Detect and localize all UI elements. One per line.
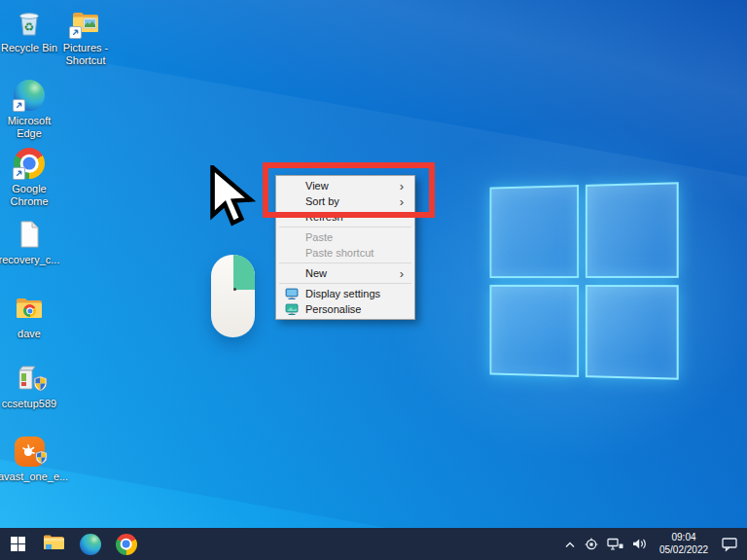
windows-logo-wallpaper [490, 182, 679, 379]
menu-item-label: Paste shortcut [305, 247, 412, 259]
context-menu: View › Sort by › Refresh Paste Paste sho… [275, 175, 415, 320]
installer-icon [13, 362, 46, 395]
chevron-right-icon: › [400, 195, 412, 208]
tray-chevron-up-icon[interactable] [564, 540, 576, 549]
windows-start-icon [11, 537, 26, 552]
menu-item-personalise[interactable]: Personalise [276, 301, 414, 317]
tray-network-icon[interactable] [607, 538, 623, 551]
system-tray: 09:04 05/02/2022 [564, 528, 747, 560]
desktop-icon-label: dave [18, 328, 41, 340]
shortcut-arrow-icon [13, 99, 25, 112]
windows-logo-pane [490, 185, 579, 277]
desktop-icon-label: avast_one_e... [0, 471, 60, 483]
edge-icon [80, 534, 101, 555]
tray-app-icon[interactable] [585, 538, 598, 551]
mouse-illustration [211, 255, 255, 337]
chrome-file-icon [23, 304, 36, 317]
menu-item-paste-shortcut[interactable]: Paste shortcut [276, 245, 414, 261]
menu-item-label: Personalise [305, 303, 412, 315]
desktop-wallpaper[interactable]: ♻ Recycle Bin Pictures - Shortcut [0, 0, 747, 560]
menu-separator [279, 227, 411, 228]
tray-volume-icon[interactable] [632, 538, 647, 550]
desktop-icon-pictures-shortcut[interactable]: Pictures - Shortcut [54, 6, 117, 66]
chrome-icon [13, 147, 46, 180]
menu-item-new[interactable]: New › [276, 265, 414, 281]
personalise-icon [278, 303, 305, 316]
chevron-right-icon: › [400, 267, 412, 280]
desktop-icon-label: recovery_c... [0, 254, 59, 266]
menu-item-label: View [305, 180, 400, 192]
desktop-icon-recovery-file[interactable]: recovery_c... [0, 218, 60, 266]
start-button[interactable] [0, 528, 36, 560]
desktop-icon-dave-folder[interactable]: dave [0, 292, 60, 340]
menu-item-display-settings[interactable]: Display settings [276, 286, 414, 301]
desktop-icon-label: ccsetup589 [2, 398, 56, 410]
taskbar-edge[interactable] [72, 528, 108, 560]
recycle-bin-icon: ♻ [13, 6, 46, 39]
clock-date: 05/02/2022 [659, 544, 708, 555]
menu-item-label: Refresh [305, 211, 412, 223]
file-explorer-icon [43, 533, 65, 555]
chrome-icon [116, 534, 137, 555]
windows-logo-pane [585, 285, 678, 380]
desktop-icon-avast[interactable]: avast_one_e... [0, 435, 60, 483]
document-icon [13, 218, 46, 251]
desktop-icon-label: Pictures - Shortcut [54, 42, 117, 66]
desktop-icon-label: Google Chrome [0, 183, 60, 207]
menu-item-label: Sort by [305, 195, 400, 207]
menu-item-sort-by[interactable]: Sort by › [276, 193, 414, 209]
edge-icon [13, 79, 46, 112]
menu-item-label: New [305, 267, 400, 279]
folder-icon [13, 292, 46, 325]
desktop-icon-label: Microsoft Edge [0, 115, 60, 139]
uac-shield-icon [33, 375, 48, 396]
desktop-icon-recycle-bin[interactable]: ♻ Recycle Bin [0, 6, 60, 54]
menu-separator [279, 262, 411, 263]
avast-icon [13, 435, 46, 468]
taskbar: 09:04 05/02/2022 [0, 528, 747, 560]
taskbar-chrome[interactable] [108, 528, 144, 560]
menu-separator [279, 283, 411, 284]
windows-logo-pane [585, 182, 678, 277]
desktop-icon-label: Recycle Bin [1, 42, 57, 54]
pictures-folder-icon [69, 6, 102, 39]
uac-shield-icon [35, 450, 48, 469]
taskbar-clock[interactable]: 09:04 05/02/2022 [656, 532, 712, 556]
svg-text:♻: ♻ [24, 20, 35, 34]
mouse-right-button-highlight [233, 255, 256, 290]
clock-time: 09:04 [671, 532, 695, 542]
desktop-icon-ccsetup[interactable]: ccsetup589 [0, 362, 60, 410]
mouse-cursor-graphic [204, 165, 259, 231]
menu-item-label: Display settings [305, 288, 412, 299]
windows-logo-pane [490, 284, 579, 376]
shortcut-arrow-icon [13, 167, 25, 180]
taskbar-file-explorer[interactable] [36, 528, 72, 560]
menu-item-refresh[interactable]: Refresh [276, 209, 414, 225]
action-center-icon[interactable] [721, 537, 739, 552]
desktop-icon-google-chrome[interactable]: Google Chrome [0, 147, 60, 207]
display-settings-icon [278, 288, 305, 300]
chevron-right-icon: › [400, 180, 412, 192]
shortcut-arrow-icon [69, 26, 82, 39]
mouse-notch [233, 288, 236, 291]
menu-item-paste[interactable]: Paste [276, 229, 414, 245]
menu-item-view[interactable]: View › [276, 178, 414, 193]
desktop-icon-microsoft-edge[interactable]: Microsoft Edge [0, 79, 60, 139]
menu-item-label: Paste [305, 231, 412, 243]
